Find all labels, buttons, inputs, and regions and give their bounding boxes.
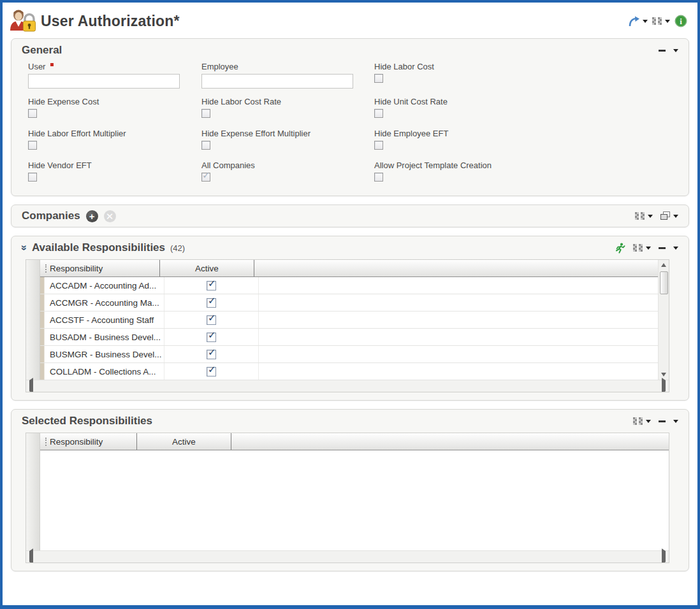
responsibility-cell: ACCMGR - Accounting Ma...	[45, 294, 164, 311]
horizontal-scrollbar[interactable]	[26, 550, 669, 562]
companies-view-caret[interactable]	[673, 215, 678, 218]
selected-collapse-button[interactable]	[659, 420, 666, 422]
row-selector-gutter	[26, 260, 40, 380]
active-checkbox[interactable]: ✓	[207, 333, 216, 342]
column-drag-handle	[45, 438, 47, 446]
scroll-left-button[interactable]	[29, 551, 33, 562]
available-table-body: ACCADM - Accounting Ad... ✓ ACCMGR - Acc…	[40, 277, 658, 380]
general-panel: General User Employee Hide Labor Cost ✓ …	[11, 38, 689, 196]
info-icon: i	[674, 15, 687, 27]
user-label: User	[28, 62, 45, 71]
hide-expense-cost-label: Hide Expense Cost	[28, 97, 201, 106]
hide-labor-cost-checkbox[interactable]: ✓	[374, 74, 383, 83]
companies-column-chooser-caret[interactable]	[648, 215, 653, 218]
table-row[interactable]: COLLADM - Collections A... ✓	[40, 363, 658, 380]
panel-menu-caret[interactable]	[673, 49, 678, 52]
table-row[interactable]: BUSADM - Business Devel... ✓	[40, 329, 658, 346]
remove-company-button[interactable]: ✕	[104, 210, 116, 222]
companies-panel: Companies + ✕	[11, 204, 689, 227]
all-companies-checkbox[interactable]: ✓	[201, 173, 210, 182]
column-chooser-icon	[652, 17, 662, 25]
vertical-scrollbar-thumb[interactable]	[660, 271, 668, 294]
hide-employee-eft-checkbox[interactable]: ✓	[374, 141, 383, 150]
hide-labor-effort-multiplier-checkbox[interactable]: ✓	[28, 141, 37, 150]
row-marker	[40, 346, 45, 362]
row-marker	[40, 312, 45, 328]
companies-header: Companies + ✕	[11, 205, 689, 227]
general-panel-header: General	[11, 39, 689, 59]
companies-column-chooser-button[interactable]	[635, 212, 653, 220]
filler-column-header	[231, 433, 669, 450]
navigate-button[interactable]	[628, 16, 648, 27]
collapse-button[interactable]	[659, 50, 666, 52]
responsibility-cell: BUSADM - Business Devel...	[45, 329, 164, 345]
available-column-chooser-caret[interactable]	[646, 247, 651, 250]
hide-unit-cost-rate-checkbox[interactable]: ✓	[374, 109, 383, 118]
available-panel-menu-caret[interactable]	[673, 247, 678, 250]
available-responsibilities-title: Available Responsibilities	[32, 241, 165, 254]
column-chooser-icon	[633, 244, 643, 252]
vertical-scrollbar[interactable]	[658, 260, 669, 380]
active-cell: ✓	[164, 329, 259, 345]
filler-cell	[259, 363, 658, 380]
selected-column-chooser-button[interactable]	[633, 417, 651, 426]
user-input[interactable]	[28, 74, 180, 89]
selected-panel-menu-caret[interactable]	[673, 420, 678, 423]
hide-vendor-eft-checkbox[interactable]: ✓	[28, 173, 37, 182]
selected-table-header: Responsibility Active	[40, 433, 669, 450]
horizontal-scrollbar[interactable]	[26, 380, 669, 392]
column-chooser-button[interactable]	[652, 17, 670, 25]
companies-view-button[interactable]	[660, 211, 678, 220]
active-column-header[interactable]: Active	[137, 433, 231, 450]
scroll-left-button[interactable]	[29, 380, 33, 392]
active-checkbox[interactable]: ✓	[207, 298, 216, 308]
responsibility-column-header[interactable]: Responsibility	[40, 260, 160, 276]
table-row[interactable]: BUSMGR - Business Devel... ✓	[40, 346, 658, 363]
row-marker	[40, 277, 45, 294]
table-row[interactable]: ACCADM - Accounting Ad... ✓	[40, 277, 658, 294]
active-checkbox[interactable]: ✓	[207, 281, 216, 290]
filler-cell	[259, 329, 658, 345]
selected-responsibilities-grid: Responsibility Active	[26, 433, 669, 563]
field-hide-expense-cost: Hide Expense Cost ✓	[28, 97, 201, 120]
available-column-chooser-button[interactable]	[633, 244, 651, 252]
scroll-up-button[interactable]	[659, 260, 669, 270]
info-button[interactable]: i	[674, 15, 687, 27]
selected-column-chooser-caret[interactable]	[646, 420, 651, 423]
responsibility-column-header[interactable]: Responsibility	[40, 433, 137, 450]
active-checkbox[interactable]: ✓	[207, 367, 216, 376]
run-process-button[interactable]	[615, 243, 625, 254]
scroll-right-button[interactable]	[662, 380, 666, 392]
active-column-header[interactable]: Active	[160, 260, 254, 276]
active-checkbox[interactable]: ✓	[207, 315, 216, 325]
row-marker	[40, 363, 45, 380]
hide-labor-effort-multiplier-label: Hide Labor Effort Multiplier	[28, 129, 201, 138]
allow-project-template-creation-label: Allow Project Template Creation	[374, 161, 678, 170]
collapse-chevrons-icon[interactable]: »	[19, 245, 29, 251]
table-row[interactable]: ACCSTF - Accounting Staff ✓	[40, 312, 658, 329]
employee-input[interactable]	[201, 74, 353, 89]
active-cell: ✓	[164, 312, 259, 328]
table-row[interactable]: ACCMGR - Accounting Ma... ✓	[40, 294, 658, 312]
scroll-right-button[interactable]	[662, 551, 666, 562]
filler-cell	[259, 294, 658, 311]
active-checkbox[interactable]: ✓	[207, 350, 216, 359]
filler-cell	[259, 312, 658, 328]
responsibility-cell: ACCSTF - Accounting Staff	[45, 312, 164, 328]
title-bar: User Authorization*	[3, 3, 697, 38]
required-marker	[50, 63, 54, 66]
allow-project-template-creation-checkbox[interactable]: ✓	[374, 173, 383, 182]
row-selector-gutter	[26, 433, 40, 550]
general-title: General	[22, 44, 62, 57]
hide-expense-cost-checkbox[interactable]: ✓	[28, 109, 37, 118]
column-chooser-caret[interactable]	[665, 20, 670, 23]
column-chooser-icon	[633, 417, 643, 426]
hide-labor-cost-rate-checkbox[interactable]: ✓	[201, 109, 210, 118]
hide-expense-effort-multiplier-checkbox[interactable]: ✓	[201, 141, 210, 150]
available-collapse-button[interactable]	[659, 247, 666, 249]
selected-responsibilities-header: Selected Responsibilities	[11, 410, 689, 430]
navigate-dropdown-caret[interactable]	[643, 20, 648, 23]
add-company-button[interactable]: +	[86, 210, 98, 222]
hide-vendor-eft-label: Hide Vendor EFT	[28, 161, 201, 170]
toolbar: i	[628, 15, 687, 27]
